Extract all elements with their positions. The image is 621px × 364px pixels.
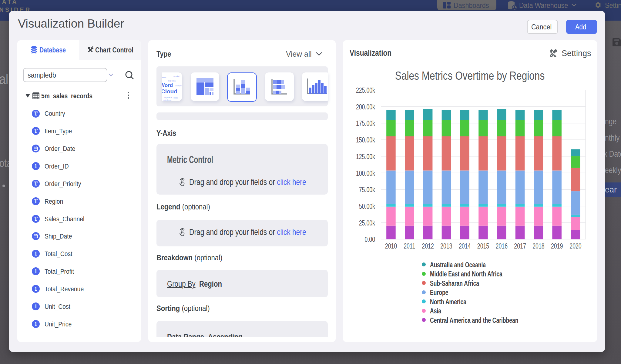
svg-text:25.00k: 25.00k [359, 219, 375, 227]
svg-text:225.00k: 225.00k [356, 86, 375, 94]
svg-text:2015: 2015 [477, 242, 489, 250]
svg-text:125.00k: 125.00k [356, 152, 375, 160]
svg-text:2016: 2016 [496, 242, 508, 250]
svg-text:2018: 2018 [532, 242, 544, 250]
svg-text:150.00k: 150.00k [356, 136, 375, 144]
svg-text:2012: 2012 [422, 242, 434, 250]
svg-text:0.00: 0.00 [364, 235, 375, 243]
svg-text:175.00k: 175.00k [356, 119, 375, 127]
svg-text:2014: 2014 [459, 242, 471, 250]
svg-text:2013: 2013 [440, 242, 452, 250]
svg-text:50.00k: 50.00k [359, 202, 375, 210]
svg-text:75.00k: 75.00k [359, 186, 375, 194]
svg-text:2019: 2019 [551, 242, 563, 250]
svg-text:2020: 2020 [569, 242, 581, 250]
svg-text:100.00k: 100.00k [356, 169, 375, 177]
svg-text:2011: 2011 [404, 242, 415, 250]
svg-text:2010: 2010 [385, 242, 397, 250]
svg-text:2017: 2017 [514, 242, 526, 250]
svg-text:200.00k: 200.00k [356, 103, 375, 111]
